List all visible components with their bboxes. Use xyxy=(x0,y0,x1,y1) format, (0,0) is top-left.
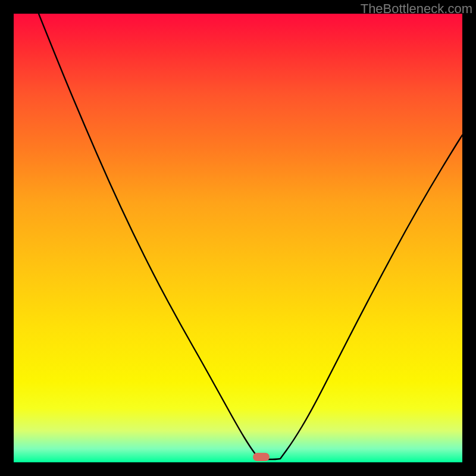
chart-stage: TheBottleneck.com xyxy=(0,0,476,476)
plot-area xyxy=(14,14,462,462)
bottleneck-curve xyxy=(14,14,462,462)
frame-left xyxy=(0,0,14,476)
frame-right xyxy=(462,0,476,476)
frame-bottom xyxy=(0,462,476,476)
watermark-text: TheBottleneck.com xyxy=(361,1,472,17)
optimal-point-marker xyxy=(253,453,270,461)
